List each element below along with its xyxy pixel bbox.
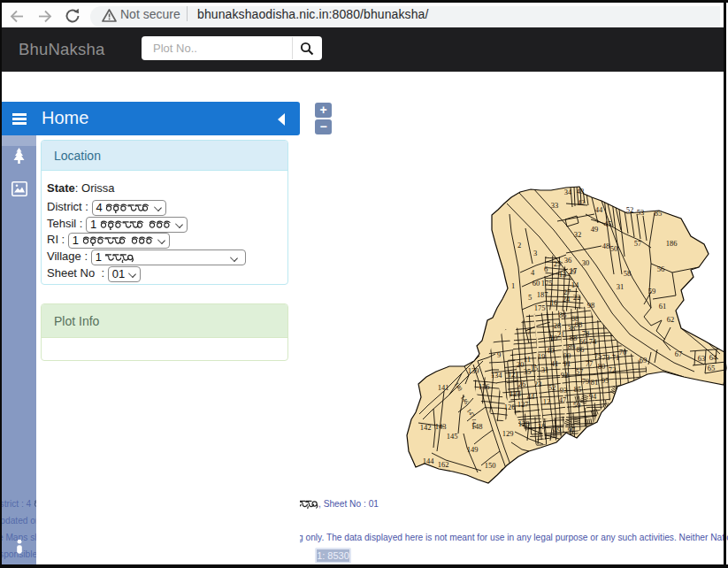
svg-text:14: 14: [571, 280, 579, 289]
svg-text:17: 17: [570, 266, 578, 275]
svg-text:49: 49: [554, 426, 562, 434]
svg-text:13: 13: [559, 270, 567, 279]
svg-text:5: 5: [528, 293, 532, 302]
svg-text:26: 26: [518, 380, 526, 388]
svg-text:58: 58: [624, 269, 632, 278]
svg-text:23: 23: [534, 380, 542, 388]
svg-text:2: 2: [517, 241, 521, 249]
svg-text:36: 36: [564, 256, 572, 265]
svg-text:1: 1: [511, 281, 515, 290]
svg-text:65: 65: [708, 364, 716, 372]
svg-text:75: 75: [594, 351, 602, 360]
svg-text:24: 24: [563, 295, 571, 303]
svg-text:34: 34: [564, 188, 572, 196]
svg-text:85: 85: [655, 209, 663, 218]
svg-text:72: 72: [609, 365, 617, 374]
svg-text:56: 56: [657, 265, 665, 273]
svg-text:52: 52: [548, 383, 556, 392]
svg-text:43: 43: [577, 187, 585, 196]
svg-text:88: 88: [570, 334, 578, 342]
svg-text:127: 127: [517, 400, 529, 409]
svg-text:3: 3: [533, 249, 537, 257]
svg-text:49: 49: [591, 225, 599, 234]
svg-text:86: 86: [559, 311, 567, 319]
svg-text:89: 89: [568, 342, 576, 351]
svg-text:48: 48: [602, 242, 610, 250]
svg-text:126: 126: [504, 403, 516, 411]
svg-text:7: 7: [527, 327, 531, 336]
svg-text:9: 9: [497, 350, 501, 359]
svg-text:19: 19: [538, 352, 546, 361]
svg-text:91: 91: [563, 359, 571, 368]
svg-text:25: 25: [554, 259, 562, 268]
svg-text:22: 22: [573, 293, 581, 302]
svg-text:143: 143: [435, 422, 447, 431]
svg-text:62: 62: [667, 315, 675, 324]
svg-text:44: 44: [527, 392, 535, 401]
svg-text:59: 59: [573, 401, 581, 410]
svg-text:28: 28: [554, 321, 562, 330]
svg-text:85: 85: [574, 385, 582, 394]
svg-text:123: 123: [510, 389, 521, 398]
svg-text:129: 129: [502, 429, 514, 438]
svg-text:12: 12: [543, 397, 551, 406]
svg-text:50: 50: [610, 244, 618, 253]
svg-text:30: 30: [582, 258, 590, 267]
svg-text:143: 143: [471, 418, 478, 428]
svg-text:77: 77: [586, 359, 594, 368]
svg-text:47: 47: [559, 395, 567, 404]
svg-text:15: 15: [531, 364, 539, 372]
svg-text:57: 57: [634, 239, 642, 248]
svg-text:69: 69: [640, 356, 648, 365]
svg-text:73: 73: [602, 353, 610, 362]
svg-text:98: 98: [587, 301, 595, 310]
svg-text:61: 61: [659, 302, 667, 311]
svg-text:88: 88: [575, 320, 583, 329]
svg-text:67: 67: [675, 349, 683, 358]
svg-text:40: 40: [547, 346, 555, 355]
svg-text:150: 150: [485, 461, 496, 470]
svg-text:175: 175: [534, 303, 546, 312]
svg-text:53: 53: [637, 208, 645, 217]
svg-text:63: 63: [698, 354, 706, 363]
svg-text:70: 70: [619, 348, 627, 357]
svg-text:128: 128: [518, 419, 530, 428]
svg-text:80: 80: [598, 362, 606, 371]
svg-text:92: 92: [561, 371, 569, 380]
svg-text:139: 139: [468, 366, 479, 375]
svg-text:18: 18: [538, 422, 546, 431]
svg-text:97: 97: [568, 426, 576, 434]
svg-text:32: 32: [574, 230, 582, 239]
svg-text:66: 66: [579, 337, 587, 346]
svg-text:187: 187: [537, 290, 548, 299]
svg-text:175: 175: [541, 279, 553, 288]
svg-text:31: 31: [617, 282, 625, 291]
svg-text:93: 93: [560, 386, 568, 395]
svg-text:45: 45: [604, 219, 612, 228]
svg-text:64: 64: [709, 353, 717, 362]
svg-text:81: 81: [591, 378, 599, 387]
svg-text:136: 136: [479, 382, 490, 391]
svg-text:186: 186: [666, 239, 678, 248]
svg-text:79: 79: [582, 377, 590, 386]
svg-text:59: 59: [648, 287, 656, 296]
svg-text:162: 162: [438, 460, 449, 469]
svg-text:86: 86: [577, 345, 585, 354]
svg-text:142: 142: [420, 423, 432, 432]
svg-text:74: 74: [589, 337, 597, 346]
svg-text:57: 57: [576, 367, 584, 376]
svg-text:149: 149: [467, 445, 479, 454]
svg-text:41: 41: [551, 359, 559, 368]
svg-text:21: 21: [557, 330, 565, 339]
svg-text:141: 141: [438, 383, 449, 392]
svg-text:44: 44: [595, 205, 603, 214]
svg-text:95: 95: [602, 376, 609, 385]
svg-text:134: 134: [491, 371, 503, 380]
svg-text:145: 145: [447, 432, 458, 441]
svg-text:16: 16: [550, 298, 558, 307]
svg-text:60: 60: [533, 279, 540, 288]
svg-text:94: 94: [589, 392, 597, 401]
svg-text:6: 6: [544, 265, 548, 273]
svg-text:31: 31: [541, 365, 549, 374]
svg-text:20: 20: [517, 360, 525, 369]
